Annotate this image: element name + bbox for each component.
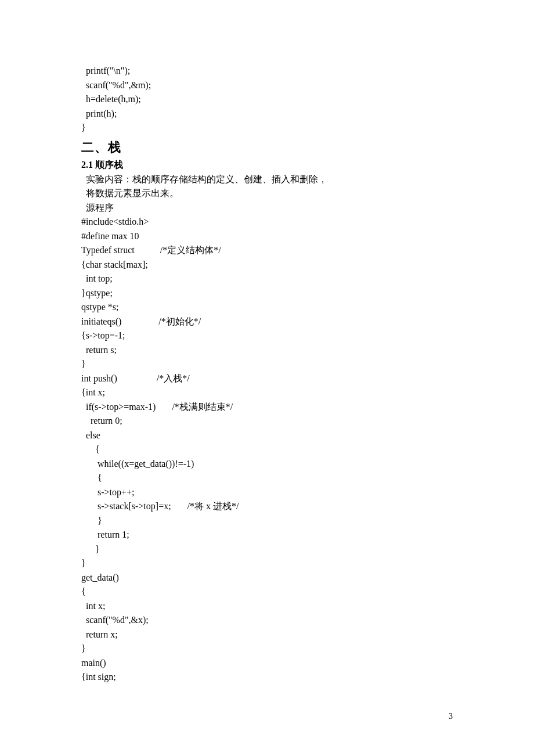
code-line: get_data() <box>81 571 441 585</box>
description-line: 将数据元素显示出来。 <box>81 186 441 201</box>
code-fragment-line: h=delete(h,m); <box>81 92 441 107</box>
code-line: s->stack[s->top]=x; /*将 x 进栈*/ <box>81 499 441 514</box>
section-heading-stack: 二、栈 <box>81 138 441 157</box>
code-line: if(s->top>=max-1) /*栈满则结束*/ <box>81 400 441 415</box>
code-line: } <box>81 357 441 372</box>
code-fragment-line: print(h); <box>81 107 441 121</box>
code-line: return 1; <box>81 528 441 542</box>
code-line: Typedef struct /*定义结构体*/ <box>81 243 441 258</box>
code-line: } <box>81 542 441 557</box>
code-fragment-line: } <box>81 121 441 135</box>
subsection-heading-sequential-stack: 2.1 顺序栈 <box>81 157 441 172</box>
page-content: printf("\n"); scanf("%d",&m); h=delete(h… <box>0 0 441 685</box>
code-line: { <box>81 442 441 457</box>
code-line: while((x=get_data())!=-1) <box>81 457 441 471</box>
page-number: 3 <box>449 712 453 721</box>
description-line: 实验内容：栈的顺序存储结构的定义、创建、插入和删除， <box>81 172 441 187</box>
code-fragment-line: printf("\n"); <box>81 64 441 78</box>
code-fragment-line: scanf("%d",&m); <box>81 78 441 93</box>
code-line: #define max 10 <box>81 229 441 244</box>
code-line: #include<stdio.h> <box>81 215 441 229</box>
code-line: }qstype; <box>81 286 441 301</box>
code-line: initiateqs() /*初始化*/ <box>81 315 441 329</box>
code-line: main() <box>81 656 441 671</box>
code-line: } <box>81 642 441 656</box>
code-line: s->top++; <box>81 485 441 500</box>
code-line: {s->top=-1; <box>81 329 441 343</box>
code-line: int push() /*入栈*/ <box>81 372 441 386</box>
code-line: { <box>81 471 441 485</box>
code-line: return 0; <box>81 414 441 429</box>
code-line: {char stack[max]; <box>81 258 441 272</box>
code-line: } <box>81 556 441 571</box>
code-line: int top; <box>81 272 441 286</box>
code-line: return x; <box>81 628 441 642</box>
code-line: qstype *s; <box>81 300 441 315</box>
code-line: } <box>81 514 441 528</box>
description-line: 源程序 <box>81 201 441 215</box>
code-line: {int sign; <box>81 670 441 685</box>
code-line: scanf("%d",&x); <box>81 613 441 628</box>
code-line: {int x; <box>81 386 441 400</box>
code-line: return s; <box>81 343 441 358</box>
code-line: int x; <box>81 599 441 614</box>
code-line: { <box>81 585 441 599</box>
code-line: else <box>81 429 441 443</box>
